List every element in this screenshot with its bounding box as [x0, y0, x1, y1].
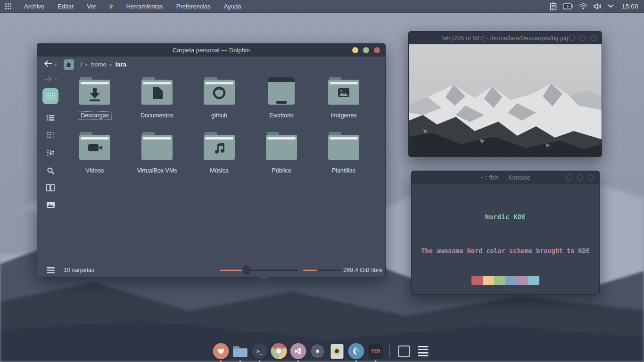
- menu-ir[interactable]: Ir: [104, 1, 119, 12]
- github-folder-icon: [204, 77, 235, 107]
- menu-archivo[interactable]: Archivo: [18, 1, 50, 12]
- folder-label: Vídeos: [83, 166, 107, 175]
- back-button[interactable]: [44, 60, 52, 68]
- folder-imagenes[interactable]: Imágenes: [315, 77, 372, 120]
- folder-label: github: [208, 111, 230, 120]
- forward-button[interactable]: ▾: [42, 72, 58, 86]
- dock-feh-icon[interactable]: FEH: [368, 343, 384, 359]
- dolphin-file-view: Descargas Documentos: [64, 72, 385, 263]
- system-tray: 15:00: [550, 2, 638, 10]
- plain-folder-icon: [141, 132, 173, 162]
- home-folder-icon[interactable]: [64, 59, 74, 70]
- chevron-down-icon[interactable]: [608, 4, 614, 8]
- folder-github[interactable]: github: [191, 77, 248, 120]
- folder-documentos[interactable]: Documentos: [129, 77, 185, 120]
- dock: >_: [213, 343, 431, 359]
- konsole-titlebar[interactable]: ~ : fish — Konsole: [412, 171, 599, 184]
- dock-moon-app-icon[interactable]: [348, 343, 364, 359]
- control-menu-icon[interactable]: [37, 267, 64, 273]
- maximize-button[interactable]: [579, 35, 586, 41]
- folder-publico[interactable]: Público: [253, 132, 310, 175]
- preview-panel-button[interactable]: [42, 197, 58, 212]
- folder-plantillas[interactable]: Plantillas: [315, 132, 372, 175]
- dolphin-view-toolbar: ▾: [37, 72, 64, 263]
- folder-label: Documentos: [138, 111, 176, 120]
- menu-herramientas[interactable]: Herramientas: [121, 1, 169, 12]
- clipboard-icon[interactable]: [550, 2, 557, 10]
- menu-ver[interactable]: Ver: [81, 1, 102, 12]
- folder-label: Descargas: [78, 111, 112, 120]
- sort-button[interactable]: [42, 146, 58, 160]
- dolphin-titlebar[interactable]: Carpeta personal — Dolphin: [37, 44, 385, 57]
- desktop: Archivo Editar Ver Ir Herramientas Prefe…: [0, 0, 644, 362]
- clock[interactable]: 15:00: [622, 3, 638, 10]
- app-launcher-icon[interactable]: [5, 3, 12, 10]
- folder-musica[interactable]: Música: [191, 132, 248, 175]
- folder-virtualbox-vms[interactable]: VirtualBox VMs: [129, 132, 185, 175]
- icons-view-button-selected[interactable]: [42, 88, 58, 104]
- dock-show-desktop-icon[interactable]: [396, 343, 412, 359]
- menu-ayuda[interactable]: Ayuda: [218, 1, 247, 12]
- folder-videos[interactable]: Vídeos: [66, 132, 123, 175]
- breadcrumb-lara[interactable]: lara: [116, 61, 126, 68]
- music-folder-icon: [204, 132, 235, 162]
- feh-image-mountains: [409, 44, 602, 156]
- feh-title: feh [285 of 597] - /home/lara/Descargas/…: [442, 34, 568, 41]
- dock-media-player-icon[interactable]: [329, 343, 345, 359]
- volume-icon[interactable]: [594, 3, 602, 10]
- palette-swatch-green: [494, 276, 505, 285]
- folder-count: 10 carpetas: [64, 267, 94, 273]
- dock-firefox-icon[interactable]: [213, 343, 229, 359]
- close-button[interactable]: [588, 174, 594, 181]
- dolphin-location-bar: ▾ / ▸ home ▸ lara: [37, 57, 385, 72]
- palette-swatch-purple: [517, 276, 528, 285]
- minimize-button[interactable]: [566, 174, 572, 181]
- search-icon[interactable]: [42, 164, 58, 178]
- dock-terminal-icon[interactable]: >_: [252, 343, 268, 359]
- disk-usage-bar: [303, 270, 342, 271]
- back-history-caret-icon[interactable]: ▾: [55, 62, 57, 67]
- folder-label: Música: [207, 166, 231, 175]
- breadcrumb-separator-icon: ▸: [110, 62, 112, 67]
- plain-folder-icon: [266, 132, 297, 162]
- maximize-button[interactable]: [363, 47, 369, 53]
- folder-escritorio[interactable]: Escritorio: [253, 77, 310, 120]
- minimize-button[interactable]: [569, 35, 575, 41]
- menu-items: Archivo Editar Ver Ir Herramientas Prefe…: [18, 1, 247, 12]
- dolphin-window: Carpeta personal — Dolphin ▾ / ▸ home: [37, 43, 386, 277]
- dock-file-manager-icon[interactable]: [232, 343, 248, 359]
- feh-titlebar[interactable]: feh [285 of 597] - /home/lara/Descargas/…: [409, 32, 602, 44]
- global-menubar: Archivo Editar Ver Ir Herramientas Prefe…: [0, 0, 644, 13]
- dock-settings-icon[interactable]: [310, 343, 326, 359]
- dock-code-icon[interactable]: [290, 343, 306, 359]
- konsole-subtitle: The awesome Nord color scheme brought to…: [412, 247, 599, 255]
- documents-folder-icon: [141, 77, 173, 107]
- compact-view-button[interactable]: [42, 128, 58, 142]
- menu-editar[interactable]: Editar: [52, 1, 79, 12]
- maximize-button[interactable]: [577, 174, 583, 181]
- battery-icon[interactable]: [563, 3, 573, 9]
- breadcrumb-root[interactable]: /: [81, 61, 83, 68]
- dock-menu-icon[interactable]: [415, 343, 431, 359]
- folder-label: Imágenes: [328, 111, 360, 120]
- zoom-slider-handle[interactable]: [242, 266, 251, 274]
- konsole-window: ~ : fish — Konsole Nordic KDE The awesom…: [411, 171, 600, 295]
- feh-logo-label: FEH: [368, 344, 383, 359]
- list-view-button[interactable]: [42, 111, 58, 125]
- download-folder-icon: [79, 77, 110, 107]
- wifi-icon[interactable]: [579, 3, 587, 9]
- menu-preferencias[interactable]: Preferencias: [171, 1, 216, 12]
- folder-label: VirtualBox VMs: [134, 166, 180, 175]
- split-view-button[interactable]: [42, 181, 58, 195]
- breadcrumb-home[interactable]: home: [91, 61, 107, 68]
- dock-chromium-icon[interactable]: [271, 343, 287, 359]
- konsole-terminal-area[interactable]: Nordic KDE The awesome Nord color scheme…: [412, 184, 599, 294]
- close-button[interactable]: [374, 47, 380, 53]
- zoom-slider[interactable]: [220, 263, 298, 277]
- folder-descargas[interactable]: Descargas: [66, 77, 123, 120]
- minimize-button[interactable]: [352, 47, 358, 53]
- close-button[interactable]: [590, 35, 596, 41]
- konsole-heading: Nordic KDE: [412, 213, 599, 221]
- free-space: 269.4 GiB libre: [343, 263, 382, 277]
- nord-color-palette: [471, 276, 539, 285]
